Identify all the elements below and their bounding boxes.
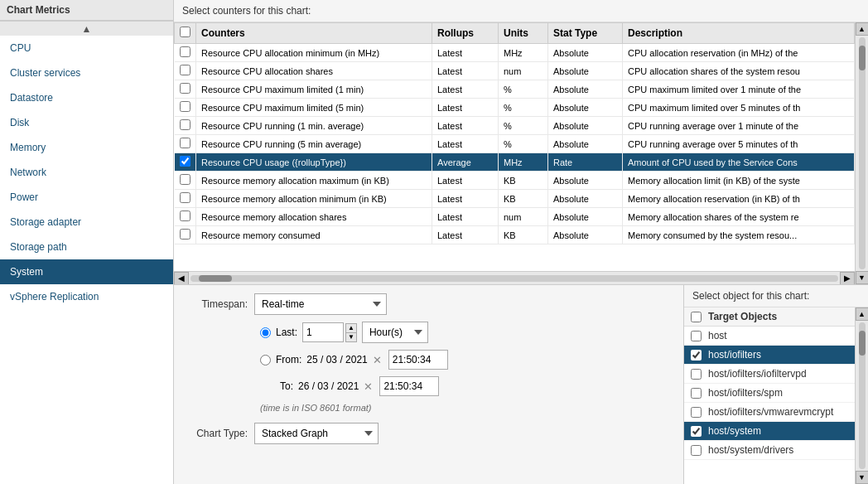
table-row[interactable]: Resource memory allocation minimum (in K…: [175, 190, 855, 208]
list-item[interactable]: host/iofilters/vmwarevmcrypt: [684, 403, 855, 422]
rollups-value: Latest: [432, 80, 499, 99]
row-checkbox[interactable]: [180, 174, 190, 185]
sidebar-list: CPUCluster servicesDatastoreDiskMemoryNe…: [0, 36, 173, 484]
row-checkbox[interactable]: [180, 83, 190, 94]
hscroll-track[interactable]: [190, 275, 838, 282]
rollups-value: Latest: [432, 99, 499, 117]
sidebar-scroll-up[interactable]: ▲: [0, 21, 173, 36]
counters-scroll-area[interactable]: Counters Rollups Units Stat Type Descrip…: [174, 22, 855, 271]
object-checkbox[interactable]: [691, 388, 702, 399]
obj-vscroll-down[interactable]: ▼: [856, 471, 869, 484]
object-checkbox[interactable]: [691, 426, 702, 437]
table-row[interactable]: Resource CPU running (1 min. average)Lat…: [175, 117, 855, 135]
rollups-value: Latest: [432, 62, 499, 80]
row-checkbox[interactable]: [180, 211, 190, 221]
from-date-clear[interactable]: ✕: [371, 355, 383, 365]
from-radio[interactable]: [260, 355, 271, 365]
objects-list-wrapper[interactable]: Target Objects hosthost/iofiltershost/io…: [684, 307, 855, 484]
table-row[interactable]: Resource memory allocation sharesLatestn…: [175, 208, 855, 226]
list-item[interactable]: host/system/drivers: [684, 441, 855, 460]
from-row: From: 25 / 03 / 2021 ✕: [260, 350, 672, 370]
objects-header-checkbox[interactable]: [691, 312, 702, 322]
sidebar-item-cluster-services[interactable]: Cluster services: [0, 60, 173, 85]
stat-type-value: Absolute: [548, 117, 623, 135]
row-checkbox[interactable]: [180, 156, 190, 167]
from-date-badge: 25 / 03 / 2021 ✕: [306, 354, 383, 365]
table-row[interactable]: Resource CPU usage ({rollupType})Average…: [175, 153, 855, 172]
row-checkbox[interactable]: [180, 65, 190, 75]
list-item[interactable]: host/system: [684, 422, 855, 441]
table-row[interactable]: Resource memory allocation maximum (in K…: [175, 172, 855, 190]
rollups-value: Latest: [432, 172, 499, 190]
description-value: Memory allocation shares of the system r…: [623, 208, 855, 226]
vscroll-down[interactable]: ▼: [856, 271, 869, 284]
sidebar-item-storage-adapter[interactable]: Storage adapter: [0, 210, 173, 235]
chart-type-select[interactable]: Stacked Graph: [254, 423, 379, 444]
vscroll-up[interactable]: ▲: [856, 22, 869, 36]
table-row[interactable]: Resource CPU allocation minimum (in MHz)…: [175, 44, 855, 62]
hscroll-left[interactable]: ◀: [174, 272, 189, 285]
object-checkbox[interactable]: [691, 331, 702, 341]
sidebar-item-system[interactable]: System: [0, 259, 173, 284]
obj-vscroll-track[interactable]: [859, 322, 866, 469]
last-radio[interactable]: [260, 327, 271, 338]
counter-name: Resource CPU allocation minimum (in MHz): [196, 44, 432, 62]
row-checkbox[interactable]: [180, 119, 190, 130]
row-checkbox[interactable]: [180, 192, 190, 203]
from-time-input[interactable]: [388, 350, 448, 370]
table-row[interactable]: Resource memory consumedLatestKBAbsolute…: [175, 226, 855, 244]
list-item[interactable]: host/iofilters: [684, 346, 855, 365]
unit-select[interactable]: Hour(s): [362, 322, 428, 343]
counter-name: Resource CPU running (1 min. average): [196, 117, 432, 135]
last-value-input[interactable]: [302, 322, 344, 342]
row-checkbox[interactable]: [180, 138, 190, 148]
counters-vscrollbar[interactable]: ▲ ▼: [855, 22, 868, 284]
select-all-checkbox[interactable]: [180, 27, 190, 37]
sidebar-item-cpu[interactable]: CPU: [0, 36, 173, 60]
list-item[interactable]: host/iofilters/spm: [684, 384, 855, 403]
list-item[interactable]: host/iofilters/iofiltervpd: [684, 365, 855, 384]
units-value: num: [499, 208, 548, 226]
object-label: host/iofilters: [708, 349, 761, 361]
table-row[interactable]: Resource CPU maximum limited (1 min)Late…: [175, 80, 855, 99]
rollups-value: Latest: [432, 117, 499, 135]
stat-type-value: Absolute: [548, 44, 623, 62]
table-row[interactable]: Resource CPU allocation sharesLatestnumA…: [175, 62, 855, 80]
last-label: Last:: [276, 327, 297, 338]
table-row[interactable]: Resource CPU running (5 min average)Late…: [175, 135, 855, 153]
object-checkbox[interactable]: [691, 350, 702, 361]
object-checkbox[interactable]: [691, 445, 702, 456]
sidebar-item-datastore[interactable]: Datastore: [0, 85, 173, 110]
row-checkbox-cell: [175, 153, 196, 172]
spin-button[interactable]: ▲ ▼: [345, 323, 357, 342]
row-checkbox[interactable]: [180, 229, 190, 240]
to-time-input[interactable]: [379, 376, 439, 396]
list-item[interactable]: host: [684, 327, 855, 346]
sidebar-item-vsphere-replication[interactable]: vSphere Replication: [0, 284, 173, 309]
stat-type-value: Absolute: [548, 172, 623, 190]
stat-type-value: Absolute: [548, 80, 623, 99]
sidebar-item-network[interactable]: Network: [0, 160, 173, 185]
objects-vscrollbar[interactable]: ▲ ▼: [855, 307, 868, 484]
counter-name: Resource CPU maximum limited (1 min): [196, 80, 432, 99]
sidebar-item-disk[interactable]: Disk: [0, 110, 173, 135]
vscroll-track[interactable]: [859, 37, 866, 269]
table-row[interactable]: Resource CPU maximum limited (5 min)Late…: [175, 99, 855, 117]
object-label: host: [708, 330, 727, 341]
counters-hscrollbar[interactable]: ◀ ▶: [174, 271, 855, 284]
sidebar-item-memory[interactable]: Memory: [0, 135, 173, 160]
spin-up-icon[interactable]: ▲: [346, 324, 356, 333]
sidebar-item-power[interactable]: Power: [0, 185, 173, 210]
spin-down-icon[interactable]: ▼: [346, 333, 356, 341]
sidebar-item-storage-path[interactable]: Storage path: [0, 235, 173, 259]
hscroll-right[interactable]: ▶: [840, 272, 855, 285]
object-checkbox[interactable]: [691, 369, 702, 380]
units-value: %: [499, 80, 548, 99]
obj-vscroll-up[interactable]: ▲: [856, 307, 869, 321]
counter-name: Resource CPU running (5 min average): [196, 135, 432, 153]
object-checkbox[interactable]: [691, 407, 702, 418]
row-checkbox[interactable]: [180, 101, 190, 112]
to-date-clear[interactable]: ✕: [362, 381, 374, 392]
timespan-select[interactable]: Real-time: [254, 293, 387, 315]
row-checkbox[interactable]: [180, 46, 190, 57]
